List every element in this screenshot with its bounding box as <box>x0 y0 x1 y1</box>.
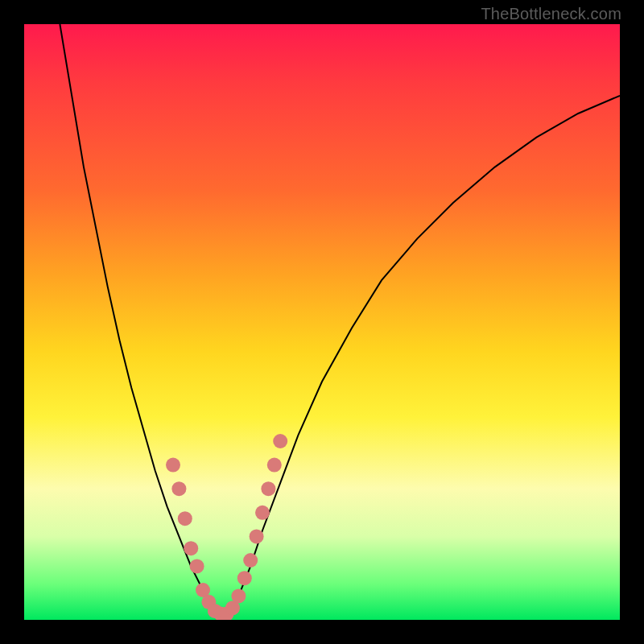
marker-dot <box>243 553 258 568</box>
marker-dot <box>171 481 186 496</box>
marker-dot <box>250 529 264 543</box>
marker-dot <box>178 511 192 526</box>
marker-dot <box>184 541 198 555</box>
marker-dot <box>273 434 287 448</box>
chart-svg <box>24 24 620 620</box>
watermark-text: TheBottleneck.com <box>481 5 621 23</box>
outer-frame: TheBottleneck.com <box>0 0 644 644</box>
marker-dot <box>237 571 252 585</box>
curve-right-branch <box>227 96 620 614</box>
marker-dot <box>255 506 270 520</box>
marker-dot <box>261 481 275 496</box>
trough-markers <box>166 434 287 620</box>
plot-area <box>24 24 620 620</box>
marker-dot <box>190 559 204 573</box>
curve-left-branch <box>60 24 221 614</box>
marker-dot <box>231 588 246 603</box>
marker-dot <box>166 458 180 473</box>
marker-dot <box>267 458 282 473</box>
